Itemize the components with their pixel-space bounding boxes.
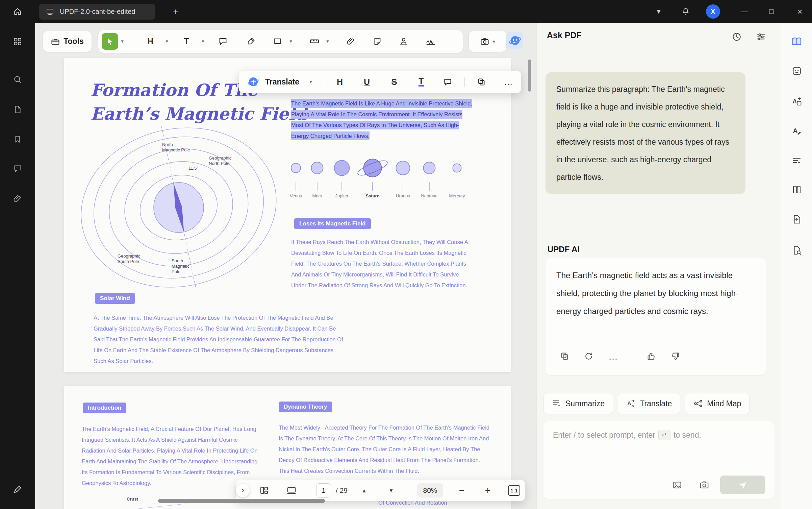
- ai-translate-icon[interactable]: [247, 74, 260, 89]
- next-page-icon[interactable]: ▾: [384, 483, 399, 498]
- shape-tool-icon[interactable]: [270, 34, 285, 49]
- zoom-level[interactable]: 80%: [417, 483, 443, 498]
- document-tab[interactable]: UPDF-2.0-cant-be-edited: [39, 4, 155, 20]
- planet-tick: [457, 182, 457, 191]
- search-document-icon[interactable]: [789, 243, 804, 258]
- user-avatar[interactable]: X: [706, 4, 720, 19]
- crust-label: Crust: [127, 496, 138, 502]
- previous-page-icon[interactable]: ▴: [357, 483, 372, 498]
- edit-heading-tool[interactable]: H: [143, 34, 158, 49]
- measure-chevron-icon[interactable]: ▾: [323, 34, 332, 49]
- screenshot-button[interactable]: ▾: [469, 31, 506, 52]
- expand-panel-button[interactable]: ›: [236, 484, 250, 497]
- actual-size-icon[interactable]: 1:1: [508, 485, 520, 496]
- comment-tool-icon[interactable]: [215, 34, 230, 49]
- maximize-button[interactable]: □: [765, 5, 778, 18]
- ai-response-card: The Earth's magnetic field acts as a vas…: [545, 258, 766, 375]
- summarize-button[interactable]: Summarize: [543, 393, 613, 414]
- planet-label: Saturn: [365, 193, 379, 198]
- zoom-out-icon[interactable]: −: [454, 483, 469, 498]
- attachment-paperclip-icon[interactable]: [10, 191, 25, 206]
- user-message: Summarize this paragraph: The Earth's ma…: [545, 72, 745, 194]
- apps-grid-icon[interactable]: [10, 34, 25, 49]
- section-body-dynamo: The Most Widely - Accepted Theory For Th…: [279, 422, 491, 476]
- label-north-magnetic-pole: North Magnetic Pole: [162, 142, 190, 153]
- tools-label: Tools: [64, 37, 84, 46]
- settings-sliders-icon[interactable]: [755, 30, 767, 43]
- text-tool[interactable]: T: [179, 34, 194, 49]
- horizontal-scrollbar[interactable]: [158, 499, 325, 503]
- reading-mode-icon[interactable]: [284, 483, 299, 498]
- text-color-icon[interactable]: T: [414, 74, 429, 89]
- translate-chevron-icon[interactable]: ▾: [306, 74, 315, 89]
- minimize-button[interactable]: —: [738, 5, 751, 18]
- signature-tool-icon[interactable]: [423, 34, 438, 49]
- cursor-icon: [106, 38, 114, 46]
- text-chevron-icon[interactable]: ▾: [199, 34, 207, 49]
- close-button[interactable]: ×: [793, 5, 807, 18]
- thumbs-up-icon[interactable]: [646, 351, 657, 362]
- ai-sender-label: UPDF AI: [548, 245, 580, 254]
- select-tool-button[interactable]: [102, 33, 118, 50]
- reader-mode-icon[interactable]: [789, 34, 804, 49]
- selection-toolbar: Translate ▾ H U S T …: [239, 71, 521, 93]
- panel-title: Ask PDF: [547, 30, 582, 40]
- thumbnail-view-icon[interactable]: [257, 483, 272, 498]
- measure-tool-icon[interactable]: [307, 34, 322, 49]
- pen-tool-icon[interactable]: [10, 482, 25, 497]
- page-number-input[interactable]: 1: [316, 483, 331, 498]
- strikethrough-icon[interactable]: S: [387, 74, 402, 89]
- insert-image-icon[interactable]: [670, 478, 684, 492]
- copy-icon[interactable]: [474, 74, 488, 89]
- heading-format-icon[interactable]: H: [332, 74, 347, 89]
- more-options-icon[interactable]: …: [501, 74, 516, 89]
- prompt-input[interactable]: Enter / to select prompt, enter ↵ to sen…: [543, 421, 775, 499]
- app-window: UPDF-2.0-cant-be-edited + ▾ X — □ ×: [0, 0, 812, 509]
- bookmark-icon[interactable]: [10, 132, 25, 147]
- more-options-icon[interactable]: …: [608, 351, 618, 362]
- home-icon[interactable]: [10, 4, 25, 19]
- section-badge-solar: Solar Wind: [95, 293, 135, 304]
- translate-button[interactable]: Translate: [265, 71, 299, 93]
- stamp-tool-icon[interactable]: [396, 34, 411, 49]
- thumbs-down-icon[interactable]: [670, 351, 681, 362]
- planet-circle: [423, 162, 436, 174]
- vertical-scrollbar[interactable]: [528, 59, 531, 92]
- shape-chevron-icon[interactable]: ▾: [286, 34, 295, 49]
- new-tab-button[interactable]: +: [169, 5, 182, 18]
- form-fill-icon[interactable]: [789, 153, 804, 168]
- ai-chat-icon[interactable]: [789, 64, 804, 78]
- highlighter-tool-icon[interactable]: [244, 34, 258, 49]
- search-icon[interactable]: [10, 72, 25, 87]
- comment-icon[interactable]: [440, 74, 455, 89]
- actions-divider: [632, 351, 632, 361]
- send-button[interactable]: [720, 476, 765, 494]
- heading-chevron-icon[interactable]: ▾: [162, 34, 171, 49]
- notifications-bell-icon[interactable]: [679, 5, 692, 18]
- sticker-tool-icon[interactable]: [370, 34, 385, 49]
- comments-icon[interactable]: [10, 161, 25, 176]
- ai-assistant-button[interactable]: [507, 32, 523, 49]
- attach-tool-icon[interactable]: [344, 34, 358, 49]
- screenshot-camera-icon[interactable]: [697, 478, 711, 492]
- copy-icon[interactable]: [559, 351, 570, 362]
- label-south-magnetic-pole: South Magnetic Pole: [172, 258, 189, 274]
- text-edit-icon[interactable]: A: [789, 123, 804, 138]
- regenerate-icon[interactable]: [583, 351, 594, 362]
- zoom-in-icon[interactable]: +: [480, 483, 495, 498]
- tools-button[interactable]: Tools: [43, 31, 92, 52]
- select-tool-chevron-icon[interactable]: ▾: [118, 34, 127, 49]
- page-layout-icon[interactable]: [789, 182, 804, 197]
- translate-button[interactable]: Aa Translate: [618, 393, 680, 414]
- planet-tick: [317, 182, 318, 191]
- selected-paragraph[interactable]: The Earth's Magnetic Field Is Like A Hug…: [291, 98, 474, 141]
- pages-document-icon[interactable]: [10, 102, 25, 117]
- translate-panel-icon[interactable]: A: [789, 94, 804, 109]
- collapse-chevron-icon[interactable]: ▾: [652, 5, 665, 18]
- export-file-icon[interactable]: [789, 212, 804, 227]
- summarize-icon: [552, 399, 561, 408]
- mind-map-button[interactable]: Mind Map: [685, 393, 750, 414]
- history-clock-icon[interactable]: [730, 30, 743, 43]
- planet-tick: [372, 182, 373, 191]
- underline-icon[interactable]: U: [359, 74, 374, 89]
